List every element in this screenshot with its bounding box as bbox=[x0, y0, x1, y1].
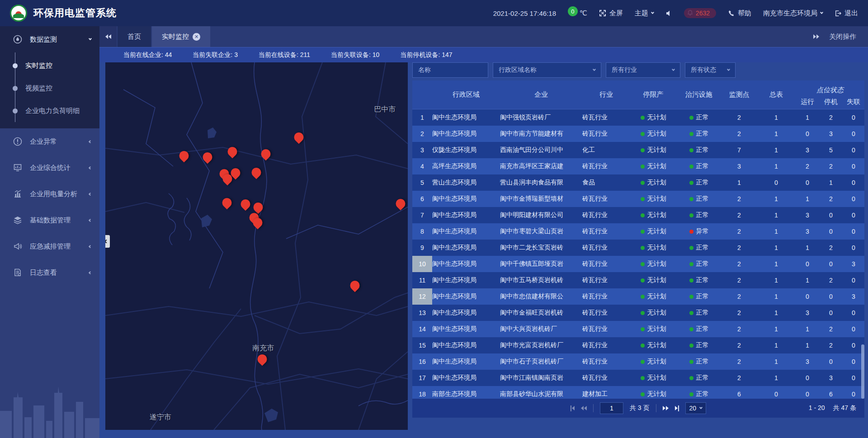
cell-stopped: 0 bbox=[819, 305, 843, 321]
sidebar-item-enterprise-stats[interactable]: 企业综合统计 bbox=[0, 155, 99, 181]
table-row[interactable]: 5营山生态环境局营山县润丰肉食品有限食品无计划正常10010 bbox=[412, 174, 864, 191]
sidebar-item-realtime-monitor[interactable]: 实时监控 bbox=[0, 54, 99, 77]
cell-lost: 3 bbox=[843, 288, 864, 305]
table-row[interactable]: 2阆中生态环境局阆中市南方节能建材有砖瓦行业无计划正常21030 bbox=[412, 126, 864, 142]
row-number: 15 bbox=[412, 337, 432, 353]
close-operations-button[interactable]: 关闭操作 bbox=[829, 33, 856, 41]
cell-points: 2 bbox=[722, 370, 757, 386]
map-roads bbox=[105, 62, 408, 430]
status-dot-green bbox=[689, 311, 693, 315]
cell-points: 2 bbox=[722, 272, 757, 288]
map-panel[interactable]: 巴中市南充市遂宁市 bbox=[105, 62, 408, 430]
first-page-button[interactable] bbox=[571, 405, 575, 411]
col-enterprise: 企业 bbox=[500, 80, 582, 109]
cell-pollution-facility: 正常 bbox=[676, 207, 722, 223]
logout-button[interactable]: 退出 bbox=[835, 9, 858, 18]
chevron-down-icon bbox=[727, 68, 730, 71]
cell-region: 阆中生态环境局 bbox=[432, 305, 500, 321]
table-row[interactable]: 10阆中生态环境局阆中千佛镇五郎垭页岩砖瓦行业无计划正常21003 bbox=[412, 256, 864, 272]
chevron-left-icon bbox=[89, 218, 92, 221]
table-row[interactable]: 13阆中生态环境局阆中市金福旺页岩机砖砖瓦行业无计划正常21300 bbox=[412, 305, 864, 321]
cell-region: 高坪生态环境局 bbox=[432, 158, 500, 174]
table-row[interactable]: 4高坪生态环境局南充市高坪区王家店建砖瓦行业无计划正常31220 bbox=[412, 158, 864, 174]
sidebar-item-power-load-detail[interactable]: 企业电力负荷明细 bbox=[0, 99, 99, 122]
cell-production: 无计划 bbox=[630, 223, 676, 240]
cell-stopped: 0 bbox=[819, 207, 843, 223]
table-row[interactable]: 18南部生态环境局南部县砂华山水泥有限建材加工无计划正常60060 bbox=[412, 386, 864, 399]
page-number-input[interactable]: 1 bbox=[600, 402, 623, 414]
cell-points: 2 bbox=[722, 240, 757, 256]
data-monitor-icon bbox=[13, 35, 23, 44]
alert-circle-icon bbox=[13, 137, 23, 146]
temperature-indicator: 0 ℃ bbox=[568, 9, 587, 17]
status-dot-green bbox=[689, 360, 693, 364]
table-row[interactable]: 8阆中生态环境局阆中市枣碧大梁山页岩砖瓦行业无计划异常21300 bbox=[412, 223, 864, 240]
cell-enterprise: 阆中市江南镇阆南页岩 bbox=[500, 370, 582, 386]
table-row[interactable]: 1阆中生态环境局阆中强锐页岩砖厂砖瓦行业无计划正常21120 bbox=[412, 109, 864, 126]
tab-realtime-monitor[interactable]: 实时监控 ✕ bbox=[152, 26, 210, 47]
sidebar-item-emergency-reduction[interactable]: 应急减排管理 bbox=[0, 233, 99, 259]
sidebar-item-power-analysis[interactable]: 企业用电量分析 bbox=[0, 181, 99, 207]
table-row[interactable]: 6阆中生态环境局阆中市金博瑞新型墙材砖瓦行业无计划正常21120 bbox=[412, 191, 864, 207]
cell-industry: 砖瓦行业 bbox=[582, 288, 630, 305]
tab-home[interactable]: 首页 bbox=[118, 26, 151, 47]
fullscreen-button[interactable]: 全屏 bbox=[599, 9, 623, 18]
table-row[interactable]: 14阆中生态环境局阆中大兴页岩机砖厂砖瓦行业无计划正常21120 bbox=[412, 321, 864, 337]
sidebar-item-video-monitor[interactable]: 视频监控 bbox=[0, 77, 99, 99]
cell-enterprise: 阆中市二龙长宝页岩砖 bbox=[500, 240, 582, 256]
sidebar-item-base-data[interactable]: 基础数据管理 bbox=[0, 207, 99, 233]
cell-meters: 0 bbox=[757, 174, 796, 191]
cell-region: 阆中生态环境局 bbox=[432, 240, 500, 256]
region-filter-select[interactable]: 行政区域名称 bbox=[493, 62, 601, 78]
close-tab-icon[interactable]: ✕ bbox=[193, 33, 200, 41]
last-page-button[interactable] bbox=[675, 405, 679, 411]
prev-page-button[interactable] bbox=[581, 406, 587, 410]
table-row[interactable]: 3仪陇生态环境局西南油气田分公司川中化工无计划正常71350 bbox=[412, 142, 864, 158]
tabs-scroll-left-button[interactable] bbox=[99, 26, 117, 47]
user-dropdown[interactable]: 南充市生态环境局 bbox=[763, 9, 823, 18]
cell-running: 1 bbox=[796, 109, 819, 126]
cell-enterprise: 阆中市金福旺页岩机砖 bbox=[500, 305, 582, 321]
theme-dropdown[interactable]: 主题 bbox=[635, 9, 654, 18]
cell-production: 无计划 bbox=[630, 321, 676, 337]
sidebar-item-enterprise-abnormal[interactable]: 企业异常 bbox=[0, 128, 99, 155]
page-size-select[interactable]: 20 bbox=[685, 402, 707, 414]
tabs-scroll-right-button[interactable] bbox=[813, 34, 819, 39]
mute-button[interactable] bbox=[665, 10, 672, 17]
notification-badge[interactable]: 2632 bbox=[684, 8, 716, 18]
cell-region: 阆中生态环境局 bbox=[432, 126, 500, 142]
sidebar-item-log-view[interactable]: 日志查看 bbox=[0, 259, 99, 286]
cell-meters: 1 bbox=[757, 256, 796, 272]
table-row[interactable]: 11阆中生态环境局阆中市五马桥页岩机砖砖瓦行业无计划正常21120 bbox=[412, 272, 864, 288]
table-row[interactable]: 7阆中生态环境局阆中明阳建材有限公司砖瓦行业无计划正常21300 bbox=[412, 207, 864, 223]
cell-running: 1 bbox=[796, 321, 819, 337]
help-button[interactable]: 帮助 bbox=[728, 9, 751, 18]
table-row[interactable]: 15阆中生态环境局阆中市光富页岩机砖厂砖瓦行业无计划正常21120 bbox=[412, 337, 864, 353]
cell-region: 阆中生态环境局 bbox=[432, 370, 500, 386]
cell-points: 2 bbox=[722, 191, 757, 207]
cell-production: 无计划 bbox=[630, 126, 676, 142]
status-dot-green bbox=[641, 327, 645, 331]
name-filter-input[interactable]: 名称 bbox=[412, 62, 488, 78]
map-city-label: 巴中市 bbox=[374, 105, 396, 114]
map-collapse-button[interactable] bbox=[105, 235, 110, 248]
status-filter-select[interactable]: 所有状态 bbox=[685, 62, 736, 78]
table-row[interactable]: 9阆中生态环境局阆中市二龙长宝页岩砖砖瓦行业无计划正常21120 bbox=[412, 240, 864, 256]
sidebar-item-data-monitor[interactable]: 数据监测 bbox=[0, 26, 99, 52]
next-page-button[interactable] bbox=[663, 406, 669, 410]
table-row[interactable]: 12阆中生态环境局阆中市忠信建材有限公砖瓦行业无计划正常21003 bbox=[412, 288, 864, 305]
table-scrollbar[interactable] bbox=[861, 344, 864, 399]
double-chevron-left-icon bbox=[105, 34, 111, 39]
row-number: 5 bbox=[412, 174, 432, 191]
col-points: 监测点 bbox=[722, 80, 757, 109]
cell-industry: 砖瓦行业 bbox=[582, 126, 630, 142]
table-row[interactable]: 16阆中生态环境局阆中市石子页岩机砖厂砖瓦行业无计划正常21300 bbox=[412, 353, 864, 370]
user-name: 南充市生态环境局 bbox=[763, 9, 817, 18]
cell-lost: 3 bbox=[843, 256, 864, 272]
industry-filter-select[interactable]: 所有行业 bbox=[606, 62, 680, 78]
cell-points: 1 bbox=[722, 174, 757, 191]
datetime-text: 2021-02-25 17:46:18 bbox=[493, 9, 556, 17]
table-row[interactable]: 17阆中生态环境局阆中市江南镇阆南页岩砖瓦行业无计划正常21030 bbox=[412, 370, 864, 386]
cell-region: 阆中生态环境局 bbox=[432, 337, 500, 353]
stats-bar: 当前在线企业: 44当前失联企业: 3当前在线设备: 211当前失联设备: 10… bbox=[99, 47, 868, 62]
